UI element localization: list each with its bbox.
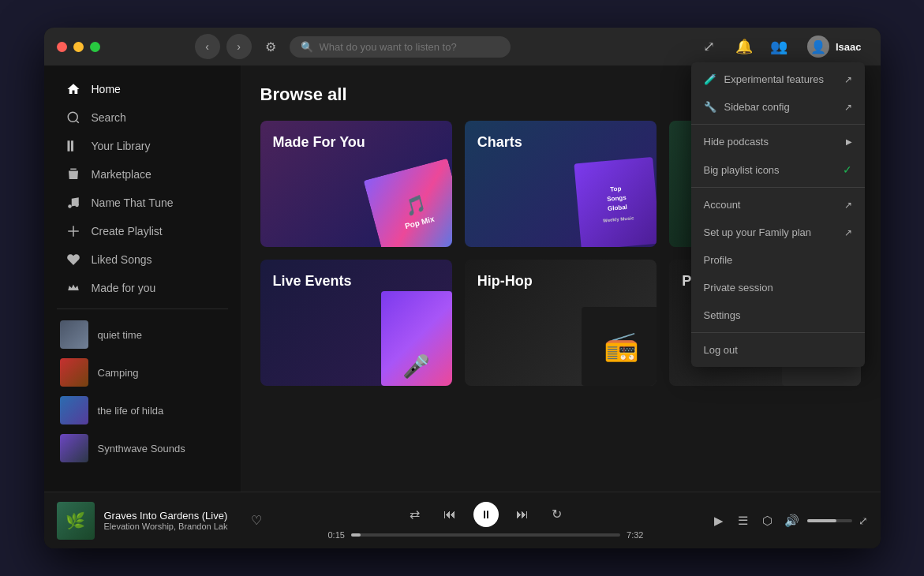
live-art: 🎤 [381,291,452,386]
external-icon-4: ↗ [844,227,852,238]
track-details: Graves Into Gardens (Live) Elevation Wor… [104,510,235,531]
menu-profile[interactable]: Profile [691,246,865,274]
sidebar-item-library[interactable]: Your Library [51,133,234,159]
menu-hide-podcasts[interactable]: Hide podcasts ▶ [691,128,865,155]
svg-point-3 [75,204,79,208]
sidebar-item-marketplace[interactable]: Marketplace [51,161,234,188]
user-name: Isaac [836,41,862,53]
player-controls: ⇄ ⏮ ⏸ ⏭ ↻ 0:15 7:32 [262,502,710,540]
playlist-thumb-hilda [60,396,88,425]
svg-rect-1 [71,140,73,151]
card-charts-art: Top Songs Global Weekly Music [578,160,657,247]
bell-icon-button[interactable]: 🔔 [731,34,757,59]
volume-bar[interactable] [807,519,852,522]
user-menu-button[interactable]: 👤 Isaac [801,32,868,61]
menu-private-session[interactable]: Private session [691,274,865,301]
sidebar-item-create-playlist[interactable]: Create Playlist [51,218,234,245]
menu-divider-3 [691,332,865,333]
card-hiphop-title: Hip-Hop [477,272,644,290]
progress-track[interactable] [351,533,620,537]
card-live-title: Live Events [273,272,440,290]
playlist-life-of-hilda[interactable]: the life of hilda [44,391,241,429]
card-hiphop-art: 📻 [582,307,657,386]
volume-fill [807,519,836,522]
external-icon-2: ↗ [844,102,852,113]
sidebar-item-name-that-tune[interactable]: Name That Tune [51,189,234,216]
header-right: ⤢ 🔔 👥 👤 Isaac [697,32,868,61]
card-charts[interactable]: Charts Top Songs Global Weekly Music [465,121,657,247]
time-current: 0:15 [328,530,345,540]
search-bar[interactable]: 🔍 [290,36,511,58]
svg-point-2 [68,204,72,208]
previous-button[interactable]: ⏮ [439,503,461,526]
menu-settings[interactable]: Settings [691,301,865,329]
player-buttons: ⇄ ⏮ ⏸ ⏭ ↻ [404,502,568,527]
app-window: ‹ › ⚙ 🔍 ⤢ 🔔 👥 👤 Isaac 🧪 Experi [44,28,881,548]
pop-mix-art: 🎵 Pop Mix [363,159,451,247]
playlist-synthwave[interactable]: Synthwave Sounds [44,429,241,467]
fullscreen-toggle[interactable]: ⬡ [758,510,776,532]
friends-icon-button[interactable]: 👥 [766,34,791,59]
search-input[interactable] [320,41,499,53]
progress-fill [351,533,361,537]
card-made-for-you-title: Made For You [273,133,440,151]
back-button[interactable]: ‹ [195,34,220,59]
queue-button[interactable]: ▶ [710,510,728,532]
close-button[interactable] [57,42,67,52]
expand-button[interactable]: ⤢ [859,514,868,527]
minimize-button[interactable] [73,42,84,52]
plus-icon [66,224,80,238]
extra-controls: ▶ ☰ ⬡ 🔊 ⤢ [710,510,868,532]
shuffle-button[interactable]: ⇄ [404,503,426,526]
svg-rect-5 [68,230,79,232]
forward-button[interactable]: › [226,34,252,59]
sidebar-item-home[interactable]: Home [51,76,234,103]
card-made-for-you[interactable]: Made For You 🎵 Pop Mix [260,121,452,247]
next-button[interactable]: ⏭ [511,503,533,526]
track-info: 🌿 Graves Into Gardens (Live) Elevation W… [57,502,262,540]
fullscreen-icon-button[interactable]: ⤢ [697,34,722,59]
card-made-for-you-art: 🎵 Pop Mix [363,159,451,247]
playlist-camping[interactable]: Camping [44,353,241,391]
charts-art: Top Songs Global Weekly Music [574,157,657,247]
track-name: Graves Into Gardens (Live) [104,510,235,522]
playlist-quiet-time[interactable]: quiet time [44,316,241,353]
card-hip-hop[interactable]: Hip-Hop 📻 [465,260,657,386]
menu-account[interactable]: Account ↗ [691,191,865,219]
playlist-thumb-quiet-time [60,320,88,349]
chevron-right-icon: ▶ [846,137,852,146]
like-button[interactable]: ♡ [251,513,262,528]
big-playlist-check: ✓ [843,163,852,176]
pause-button[interactable]: ⏸ [473,502,499,527]
crown-icon [66,281,80,295]
now-playing-bar: 🌿 Graves Into Gardens (Live) Elevation W… [44,492,881,548]
wrench-icon: 🔧 [704,101,716,113]
external-icon-3: ↗ [844,200,852,211]
menu-logout[interactable]: Log out [691,336,865,364]
marketplace-icon [66,167,80,181]
library-icon [66,139,80,153]
menu-hide-podcasts-wrapper: Hide podcasts ▶ Enabled ✓ Aggressive mod… [691,128,865,155]
sidebar-item-made-for-you[interactable]: Made for you [51,275,234,301]
track-thumbnail: 🌿 [57,502,95,540]
nav-controls: ‹ › ⚙ [195,34,283,59]
menu-sidebar-config[interactable]: 🔧 Sidebar config ↗ [691,93,865,121]
track-artist: Elevation Worship, Brandon Lak [104,522,235,531]
repeat-button[interactable]: ↻ [546,503,568,526]
progress-bar-area: 0:15 7:32 [328,530,644,540]
devices-button[interactable]: ☰ [734,510,752,532]
flask-icon: 🧪 [704,73,716,85]
volume-icon[interactable]: 🔊 [783,510,801,532]
card-live-art: 🎤 [381,291,452,386]
settings-button[interactable]: ⚙ [258,34,283,59]
sidebar-divider [57,309,228,309]
maximize-button[interactable] [90,42,100,52]
menu-family-plan[interactable]: Set up your Family plan ↗ [691,219,865,246]
card-live-events[interactable]: Live Events 🎤 [260,260,452,386]
menu-big-playlist-icons[interactable]: Big playlist icons ✓ [691,155,865,184]
sidebar-item-liked-songs[interactable]: Liked Songs [51,246,234,273]
menu-experimental[interactable]: 🧪 Experimental features ↗ [691,65,865,93]
playlist-thumb-camping [60,358,88,387]
playlist-thumb-synthwave [60,434,88,462]
sidebar-item-search[interactable]: Search [51,104,234,131]
